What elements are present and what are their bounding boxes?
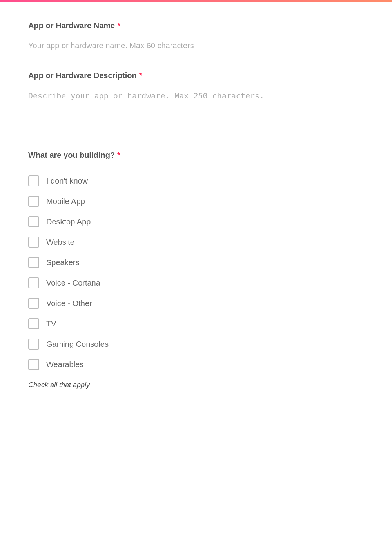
checkbox-item-tv[interactable]: TV xyxy=(28,313,364,334)
checkbox-label-voice_other: Voice - Other xyxy=(46,299,92,308)
app-description-label-text: App or Hardware Description xyxy=(28,71,137,80)
checkbox-label-tv: TV xyxy=(46,319,56,328)
checkbox-item-wearables[interactable]: Wearables xyxy=(28,354,364,375)
checkbox-item-speakers[interactable]: Speakers xyxy=(28,252,364,273)
checkbox-dont_know[interactable] xyxy=(28,175,39,186)
checkbox-website[interactable] xyxy=(28,237,39,248)
building-section-title: What are you building? * xyxy=(28,151,364,160)
checkbox-speakers[interactable] xyxy=(28,257,39,268)
checkbox-item-mobile_app[interactable]: Mobile App xyxy=(28,191,364,211)
app-description-label: App or Hardware Description * xyxy=(28,71,364,80)
checkbox-item-voice_cortana[interactable]: Voice - Cortana xyxy=(28,273,364,293)
building-field-group: What are you building? * I don't knowMob… xyxy=(28,151,364,389)
check-note: Check all that apply xyxy=(28,381,364,389)
checkbox-label-speakers: Speakers xyxy=(46,258,80,267)
app-description-required-star: * xyxy=(139,71,142,80)
checkbox-voice_cortana[interactable] xyxy=(28,277,39,288)
checkbox-mobile_app[interactable] xyxy=(28,196,39,207)
checkbox-item-voice_other[interactable]: Voice - Other xyxy=(28,293,364,313)
checkbox-gaming_consoles[interactable] xyxy=(28,339,39,350)
checkbox-voice_other[interactable] xyxy=(28,298,39,309)
app-name-input[interactable] xyxy=(28,38,364,55)
checkbox-item-desktop_app[interactable]: Desktop App xyxy=(28,211,364,232)
building-required-star: * xyxy=(117,151,120,160)
checkbox-label-dont_know: I don't know xyxy=(46,177,88,186)
checkbox-list: I don't knowMobile AppDesktop AppWebsite… xyxy=(28,171,364,375)
checkbox-item-website[interactable]: Website xyxy=(28,232,364,252)
checkbox-label-mobile_app: Mobile App xyxy=(46,197,85,206)
checkbox-item-dont_know[interactable]: I don't know xyxy=(28,171,364,191)
checkbox-item-gaming_consoles[interactable]: Gaming Consoles xyxy=(28,334,364,354)
app-name-label: App or Hardware Name * xyxy=(28,21,364,30)
checkbox-label-desktop_app: Desktop App xyxy=(46,217,91,226)
app-description-textarea[interactable] xyxy=(28,88,364,135)
form-container: App or Hardware Name * App or Hardware D… xyxy=(0,2,392,428)
checkbox-label-wearables: Wearables xyxy=(46,360,83,369)
checkbox-label-voice_cortana: Voice - Cortana xyxy=(46,279,100,288)
checkbox-desktop_app[interactable] xyxy=(28,216,39,227)
app-name-label-text: App or Hardware Name xyxy=(28,21,115,30)
app-name-field-group: App or Hardware Name * xyxy=(28,21,364,55)
app-name-required-star: * xyxy=(117,21,120,30)
checkbox-wearables[interactable] xyxy=(28,359,39,370)
building-label-text: What are you building? xyxy=(28,151,115,160)
app-description-field-group: App or Hardware Description * xyxy=(28,71,364,135)
checkbox-label-gaming_consoles: Gaming Consoles xyxy=(46,340,109,349)
checkbox-label-website: Website xyxy=(46,238,74,247)
checkbox-tv[interactable] xyxy=(28,318,39,329)
